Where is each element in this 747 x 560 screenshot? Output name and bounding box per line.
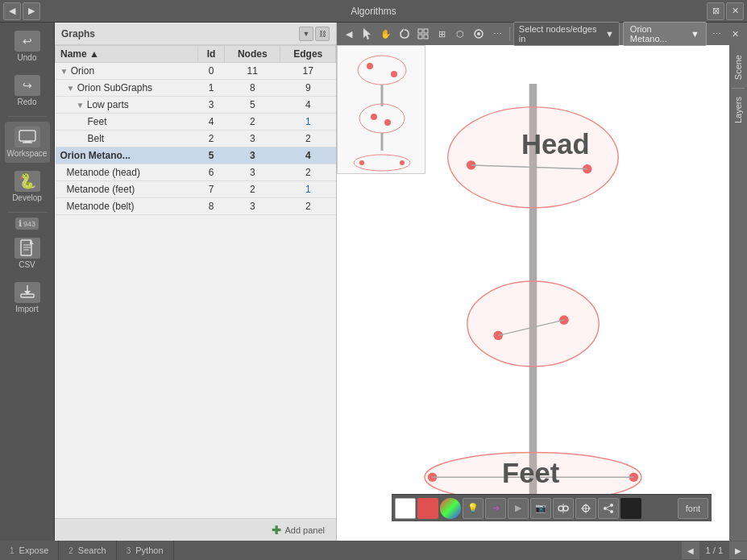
node-split-btn[interactable] (575, 498, 596, 519)
grid-btn[interactable] (414, 25, 431, 43)
col-id[interactable]: Id (197, 46, 224, 63)
col-edges[interactable]: Edges (280, 46, 336, 63)
active-tab-label: Orion Metano... (630, 24, 688, 44)
row-nodes: 2 (225, 114, 280, 131)
polygon-btn[interactable]: ⬡ (452, 25, 469, 43)
font-button[interactable]: font (678, 498, 708, 519)
undo-icon: ↩ (15, 31, 40, 52)
row-id: 3 (197, 97, 224, 114)
pointer-btn[interactable] (359, 25, 376, 43)
add-panel-label: Add panel (284, 525, 325, 535)
panel-title: Graphs (61, 28, 95, 39)
csv-button[interactable]: CSV (5, 233, 50, 274)
table-row[interactable]: ▼ Low parts 3 5 4 (56, 97, 336, 114)
svg-point-52 (610, 504, 613, 507)
python-tab-num: 3 (127, 546, 131, 555)
left-sidebar: ↩ Undo ↪ Redo Workspace 🐍 Develop ℹ 943 (0, 23, 55, 541)
bulb-btn[interactable]: 💡 (463, 498, 483, 519)
row-name: Belt (56, 131, 198, 147)
row-edges: 4 (280, 147, 336, 164)
workspace-button[interactable]: Workspace (5, 122, 50, 163)
color-black-btn[interactable] (620, 498, 641, 519)
row-edges: 2 (280, 131, 336, 147)
close-btn[interactable]: ✕ (726, 2, 744, 20)
svg-rect-15 (424, 35, 428, 39)
import-button[interactable]: Import (5, 277, 50, 318)
redo-label: Redo (18, 97, 37, 106)
svg-point-35 (467, 281, 599, 367)
python-tab[interactable]: 3 Python (117, 541, 174, 560)
table-row[interactable]: ▼ Orion 0 11 17 (56, 63, 336, 80)
node-btn[interactable] (471, 25, 488, 43)
search-tab[interactable]: 2 Search (59, 541, 116, 560)
panel-footer: ✚ Add panel (55, 518, 336, 541)
canvas-toolbar: ◀ ✋ ⊞ ⬡ ⋯ Select nodes/edges in ▼ (337, 23, 747, 45)
select-mode-dropdown[interactable]: Select nodes/edges in ▼ (513, 22, 620, 46)
row-name: Metanode (head) (56, 164, 198, 181)
row-edges: 1 (280, 114, 336, 131)
table-row[interactable]: Metanode (head) 6 3 2 (56, 164, 336, 181)
arrow-right-btn[interactable]: ➜ (485, 498, 506, 519)
svg-line-55 (607, 509, 610, 511)
table-row[interactable]: Belt 2 3 2 (56, 131, 336, 147)
redo-icon: ↪ (15, 75, 40, 96)
row-id: 6 (197, 164, 224, 181)
page-prev-btn[interactable]: ◀ (682, 541, 699, 559)
col-name[interactable]: Name ▲ (56, 46, 198, 63)
redo-button[interactable]: ↪ Redo (5, 70, 50, 111)
workspace-icon (15, 127, 40, 147)
active-tab-btn[interactable]: Orion Metano... ▼ (623, 22, 707, 46)
color-multi-btn[interactable] (440, 498, 461, 519)
tab-divider (732, 88, 745, 89)
svg-rect-12 (418, 29, 422, 33)
sidebar-divider-2 (7, 212, 48, 213)
svg-point-17 (477, 32, 480, 35)
more-btn[interactable]: ⋯ (489, 25, 506, 43)
add-panel-button[interactable]: ✚ Add panel (267, 522, 330, 538)
hand-btn[interactable]: ✋ (377, 25, 394, 43)
layout-btn[interactable] (598, 498, 619, 519)
tab-dropdown-icon: ▼ (691, 29, 699, 39)
color-white-btn[interactable] (395, 498, 416, 519)
expose-tab[interactable]: 1 Expose (0, 541, 59, 560)
minimize-btn[interactable]: ◀ (3, 2, 21, 20)
page-next-btn[interactable]: ▶ (729, 541, 747, 559)
develop-button[interactable]: 🐍 Develop (5, 166, 50, 207)
table-row[interactable]: Orion Metano... 5 3 4 (56, 147, 336, 164)
table-row[interactable]: Metanode (belt) 8 3 2 (56, 198, 336, 215)
window-title: Algorithms (42, 6, 705, 17)
nav-left-btn[interactable]: ◀ (340, 25, 357, 43)
row-edges: 2 (280, 164, 336, 181)
develop-icon: 🐍 (15, 171, 40, 192)
lasso-btn[interactable] (396, 25, 413, 43)
panel-link-btn[interactable]: ⛓ (315, 27, 330, 41)
svg-rect-14 (418, 35, 422, 39)
row-id: 1 (197, 80, 224, 97)
box-btn[interactable]: ⊞ (433, 25, 450, 43)
panel-collapse-btn[interactable]: ▼ (299, 27, 313, 41)
row-name: Metanode (feet) (56, 181, 198, 198)
scene-tab[interactable]: Scene (731, 48, 745, 86)
table-row[interactable]: Feet 4 2 1 (56, 114, 336, 131)
arrow-fwd-btn[interactable]: ▶ (508, 498, 529, 519)
row-edges: 17 (280, 63, 336, 80)
row-name: Metanode (belt) (56, 198, 198, 215)
undo-button[interactable]: ↩ Undo (5, 26, 50, 67)
page-indicator: 1 / 1 (699, 545, 729, 555)
col-nodes[interactable]: Nodes (225, 46, 280, 63)
node-merge-btn[interactable] (553, 498, 574, 519)
tab-close-btn[interactable]: ✕ (727, 25, 744, 43)
right-tabs: Scene Layers (729, 45, 747, 541)
expand-btn[interactable]: ⊠ (707, 2, 724, 20)
table-row[interactable]: Metanode (feet) 7 2 1 (56, 181, 336, 198)
table-row[interactable]: ▼ Orion SubGraphs 1 8 9 (56, 80, 336, 97)
nav-fwd-btn[interactable]: ▶ (23, 2, 40, 20)
search-tab-label: Search (78, 545, 106, 555)
color-red-btn[interactable] (417, 498, 438, 519)
svg-rect-13 (424, 29, 428, 33)
tab-more-btn[interactable]: ⋯ (708, 25, 725, 43)
camera-btn[interactable]: 📷 (530, 498, 551, 519)
import-label: Import (15, 305, 38, 313)
layers-tab[interactable]: Layers (731, 90, 745, 130)
row-id: 4 (197, 114, 224, 131)
